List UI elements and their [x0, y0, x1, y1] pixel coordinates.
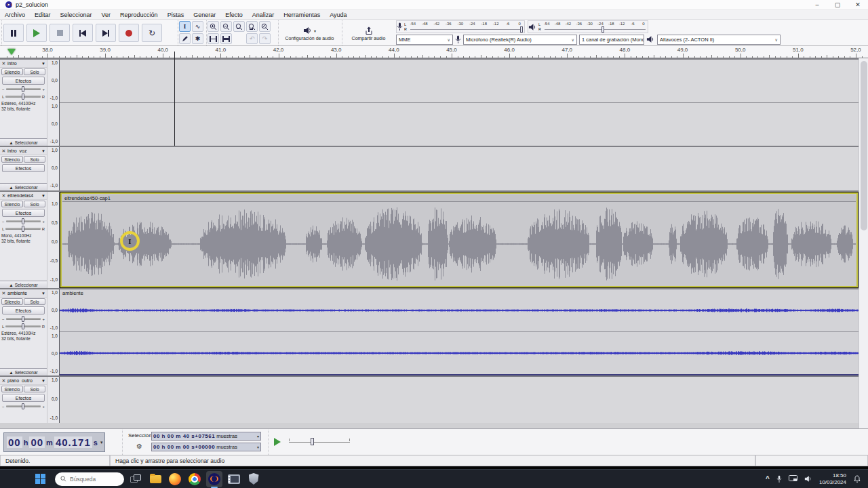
- zoom-toggle-button[interactable]: [259, 21, 271, 32]
- track-menu-icon[interactable]: ▼: [41, 149, 47, 153]
- selection-start-field[interactable]: 00 h 00 m 40 s+07561muestras▾: [151, 432, 261, 441]
- menu-ver[interactable]: Ver: [97, 12, 116, 18]
- menu-efecto[interactable]: Efecto: [220, 12, 248, 18]
- track-select-button[interactable]: ▲Seleccionar: [0, 368, 47, 375]
- tray-speaker-icon[interactable]: [804, 475, 812, 483]
- redo-button[interactable]: ↷: [259, 33, 271, 44]
- multi-tool-button[interactable]: ✱: [192, 33, 203, 44]
- recording-meter[interactable]: LR -54-48-42-36-30-24-18-12-60: [396, 20, 525, 33]
- envelope-tool-button[interactable]: ∿: [192, 21, 203, 32]
- loop-button[interactable]: ↻: [142, 24, 162, 42]
- pan-slider[interactable]: LR: [0, 93, 47, 100]
- recording-channels-select[interactable]: 1 canal de grabación (Monc∨: [579, 35, 644, 45]
- effects-button[interactable]: Efectos: [2, 306, 45, 314]
- track-select-button[interactable]: ▲Seleccionar: [0, 281, 47, 288]
- track-menu-icon[interactable]: ▼: [41, 62, 47, 66]
- clip-title[interactable]: eltrendelas450-cap1: [62, 195, 856, 202]
- timeline-ruler[interactable]: 38,039,040,041,042,043,044,045,046,047,0…: [0, 46, 868, 58]
- track-menu-icon[interactable]: ▼: [41, 194, 47, 198]
- firefox-button[interactable]: [167, 471, 183, 487]
- pan-slider[interactable]: LR: [0, 225, 47, 232]
- time-format-caret-icon[interactable]: ▾: [100, 440, 103, 445]
- close-track-icon[interactable]: ✕: [0, 291, 7, 296]
- effects-button[interactable]: Efectos: [2, 77, 45, 85]
- audio-host-select[interactable]: MME∨: [396, 35, 453, 45]
- menu-reproduccion[interactable]: Reproducción: [115, 12, 163, 18]
- solo-button[interactable]: Solo: [24, 156, 45, 163]
- solo-button[interactable]: Solo: [24, 201, 45, 207]
- menu-analizar[interactable]: Analizar: [248, 12, 279, 18]
- search-input[interactable]: [70, 476, 117, 483]
- play-at-speed-button[interactable]: [274, 438, 281, 446]
- gain-slider[interactable]: −+: [0, 403, 47, 410]
- play-button[interactable]: [26, 24, 47, 42]
- track-ambiente-waveform-area[interactable]: ambiente: [60, 289, 859, 375]
- share-audio-button[interactable]: Compartir audio: [342, 20, 395, 45]
- selection-settings-gear-icon[interactable]: ⚙: [136, 443, 142, 450]
- taskbar-search[interactable]: [55, 472, 124, 486]
- playback-device-select[interactable]: Altavoces (2- ACTON II)∨: [657, 35, 781, 45]
- track-name[interactable]: eltrendelas4: [7, 193, 41, 198]
- notification-bell-icon[interactable]: [853, 475, 861, 483]
- stop-button[interactable]: [50, 24, 70, 42]
- zoom-out-button[interactable]: [220, 21, 232, 32]
- undo-button[interactable]: ↶: [246, 33, 258, 44]
- skip-to-start-button[interactable]: [73, 24, 93, 42]
- media-app-button[interactable]: [226, 471, 242, 487]
- audacity-taskbar-button[interactable]: [206, 471, 222, 487]
- trim-outside-selection-button[interactable]: [208, 33, 219, 44]
- track-name[interactable]: ambiente: [7, 291, 41, 296]
- vertical-scrollbar-thumb[interactable]: [861, 61, 867, 230]
- menu-ayuda[interactable]: Ayuda: [325, 12, 351, 18]
- mute-button[interactable]: Silencio: [1, 298, 23, 305]
- close-track-icon[interactable]: ✕: [0, 193, 7, 199]
- file-explorer-button[interactable]: [147, 471, 163, 487]
- track-name[interactable]: intro: [7, 61, 41, 66]
- track-name[interactable]: piano_outro: [7, 378, 41, 383]
- solo-button[interactable]: Solo: [24, 298, 45, 305]
- zoom-fit-button[interactable]: [246, 21, 258, 32]
- menu-herramientas[interactable]: Herramientas: [279, 12, 325, 18]
- track-name[interactable]: intro_voz: [7, 148, 41, 153]
- close-track-icon[interactable]: ✕: [0, 148, 7, 154]
- gain-slider[interactable]: −+: [0, 315, 47, 323]
- track-menu-icon[interactable]: ▼: [41, 379, 47, 383]
- effects-button[interactable]: Efectos: [2, 209, 45, 217]
- minimize-button[interactable]: –: [807, 0, 827, 10]
- playback-volume-slider[interactable]: [601, 26, 604, 33]
- close-button[interactable]: ✕: [848, 0, 868, 10]
- draw-tool-button[interactable]: [179, 33, 191, 44]
- task-view-button[interactable]: [127, 471, 144, 487]
- tray-expand-icon[interactable]: ^: [766, 475, 770, 483]
- selection-end-field[interactable]: 00 h 00 m 00 s+00000muestras▾: [151, 443, 261, 451]
- mute-button[interactable]: Silencio: [1, 386, 23, 392]
- start-button[interactable]: [35, 474, 45, 484]
- recording-volume-slider[interactable]: [520, 26, 523, 33]
- speech-waveform[interactable]: [62, 203, 856, 285]
- close-track-icon[interactable]: ✕: [0, 61, 7, 66]
- audio-setup-button[interactable]: ▾ Configuración de audio: [279, 20, 340, 45]
- track-eltrendelas4-waveform-area[interactable]: eltrendelas450-cap1: [60, 192, 859, 288]
- menu-pistas[interactable]: Pistas: [163, 12, 189, 18]
- taskbar-clock[interactable]: 18:5010/03/2024: [819, 472, 846, 486]
- tray-microphone-icon[interactable]: [776, 475, 782, 483]
- silence-selection-button[interactable]: [220, 33, 232, 44]
- vertical-scrollbar[interactable]: [859, 58, 868, 428]
- effects-button[interactable]: Efectos: [2, 164, 45, 172]
- recording-device-select[interactable]: Micrófono (Realtek(R) Audio)∨: [463, 35, 577, 45]
- menu-generar[interactable]: Generar: [189, 12, 220, 18]
- close-track-icon[interactable]: ✕: [0, 378, 7, 384]
- menu-editar[interactable]: Editar: [30, 12, 56, 18]
- track-select-button[interactable]: ▲Seleccionar: [0, 183, 47, 190]
- maximize-button[interactable]: ▢: [827, 0, 848, 10]
- mute-button[interactable]: Silencio: [1, 68, 23, 75]
- menu-seleccionar[interactable]: Seleccionar: [56, 12, 97, 18]
- mute-button[interactable]: Silencio: [1, 201, 23, 207]
- record-button[interactable]: [119, 24, 139, 42]
- track-piano-outro-waveform-area[interactable]: [60, 377, 859, 423]
- selection-tool-button[interactable]: I: [179, 21, 191, 32]
- pause-button[interactable]: [3, 24, 24, 42]
- track-menu-icon[interactable]: ▼: [41, 291, 47, 296]
- playback-meter[interactable]: LR -54-48-42-36-30-24-18-12-60: [528, 20, 648, 33]
- tray-cast-icon[interactable]: [789, 475, 797, 483]
